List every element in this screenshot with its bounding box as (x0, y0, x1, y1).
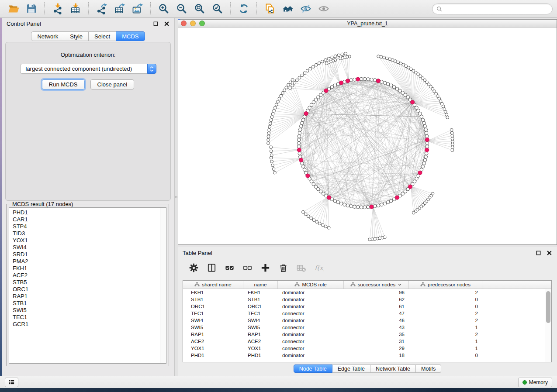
tab-mcds[interactable]: MCDS (116, 31, 145, 41)
table-row[interactable]: YOX1YOX1connector291 (183, 345, 551, 352)
save-session-button[interactable] (23, 2, 39, 16)
clear-table-button[interactable] (295, 262, 307, 273)
network-overview-button[interactable] (280, 2, 296, 16)
close-panel-action-button[interactable]: Close panel (90, 79, 135, 89)
network-window-titlebar[interactable]: YPA_prune.txt_1 (178, 20, 557, 28)
table-row[interactable]: ACE2ACE2connector311 (183, 338, 551, 345)
tab-network[interactable]: Network (31, 31, 64, 41)
optimization-criterion-select[interactable]: largest connected component (undirected) (20, 64, 156, 74)
result-list-item[interactable]: STB5 (13, 279, 160, 286)
float-panel-button[interactable] (152, 21, 159, 27)
show-graphics-details-button[interactable] (315, 2, 332, 16)
tab-node-table[interactable]: Node Table (294, 364, 332, 373)
result-list-item[interactable]: SRD1 (13, 251, 160, 258)
memory-button[interactable]: Memory (518, 378, 552, 387)
result-list-item[interactable]: PHD1 (13, 209, 160, 216)
close-table-panel-button[interactable] (546, 250, 552, 256)
import-network-icon (52, 3, 63, 14)
table-scrollbar[interactable] (545, 289, 551, 362)
hide-graphics-details-button[interactable] (298, 2, 314, 16)
column-header-predecessor-nodes[interactable]: predecessor nodes (409, 281, 482, 289)
close-window-button[interactable] (181, 21, 187, 26)
table-row[interactable]: TEC1TEC1connector472 (183, 310, 551, 317)
export-table-button[interactable] (111, 2, 128, 16)
maximize-window-button[interactable] (199, 21, 205, 26)
table-row[interactable]: ORC1ORC1dominator610 (183, 303, 551, 310)
tab-motifs[interactable]: Motifs (416, 364, 441, 373)
tab-select[interactable]: Select (89, 31, 116, 41)
float-table-panel-button[interactable] (535, 250, 541, 256)
zoom-selected-button[interactable] (209, 2, 225, 16)
select-all-button[interactable] (224, 262, 235, 273)
table-row[interactable]: FKH1FKH1dominator962 (183, 289, 551, 296)
table-cell: YOX1 (243, 346, 278, 351)
table-settings-button[interactable] (188, 262, 199, 273)
search-box[interactable] (432, 3, 553, 14)
close-panel-button[interactable] (163, 21, 170, 27)
table-panel-title: Table Panel (183, 250, 212, 256)
tab-edge-table[interactable]: Edge Table (332, 364, 370, 373)
open-session-button[interactable] (5, 2, 21, 16)
show-columns-button[interactable] (206, 262, 217, 273)
network-canvas[interactable] (178, 28, 557, 244)
result-list-item[interactable]: GCR1 (13, 321, 160, 328)
import-table-button[interactable] (67, 2, 83, 16)
zoom-in-button[interactable] (156, 2, 172, 16)
result-list-item[interactable]: TEC1 (13, 314, 160, 321)
result-list-item[interactable]: TID3 (13, 230, 160, 237)
table-scrollbar-thumb[interactable] (546, 291, 550, 323)
export-image-button[interactable] (129, 2, 145, 16)
column-header-shared-name[interactable]: shared name (183, 281, 243, 289)
result-list-item[interactable]: ORC1 (13, 286, 160, 293)
column-header-name[interactable]: name (243, 281, 278, 289)
table-row[interactable]: SWI4SWI4dominator462 (183, 317, 551, 324)
add-row-button[interactable] (259, 262, 271, 273)
tab-network-table[interactable]: Network Table (370, 364, 416, 373)
result-list-item[interactable]: YOX1 (13, 237, 160, 244)
table-cell: connector (278, 339, 344, 344)
result-list-item[interactable]: STP4 (13, 223, 160, 230)
table-panel: Table Panel f(x) shared namenameMCDS rol… (178, 247, 557, 376)
column-header-successor-nodes[interactable]: successor nodes (344, 281, 409, 289)
main-toolbar (0, 0, 557, 18)
table-row[interactable]: RAP1RAP1dominator352 (183, 331, 551, 338)
panel-splitter[interactable] (175, 18, 178, 376)
result-list-item[interactable]: RAP1 (13, 293, 160, 300)
zoom-fit-button[interactable] (191, 2, 208, 16)
table-row[interactable]: STB1STB1dominator620 (183, 296, 551, 303)
zoom-out-button[interactable] (173, 2, 190, 16)
delete-row-button[interactable] (277, 262, 289, 273)
result-list-item[interactable]: ACE2 (13, 272, 160, 279)
run-mcds-button[interactable]: Run MCDS (42, 79, 85, 89)
table-row[interactable]: SWI5SWI5connector431 (183, 324, 551, 331)
table-cell: dominator (278, 297, 344, 302)
result-list-item[interactable]: SWI4 (13, 244, 160, 251)
node-table: shared namenameMCDS rolesuccessor nodesp… (183, 280, 552, 362)
search-input[interactable] (444, 5, 548, 12)
result-list-item[interactable]: PMA2 (13, 258, 160, 265)
result-list-item[interactable]: CAR1 (13, 216, 160, 223)
list-icon (8, 378, 15, 386)
show-columns-icon (207, 263, 217, 273)
task-history-button[interactable] (5, 378, 18, 387)
table-tabs: Node TableEdge TableNetwork TableMotifs (178, 364, 557, 373)
zoom-in-icon (158, 3, 170, 14)
import-network-button[interactable] (49, 2, 66, 16)
result-list-item[interactable]: STB1 (13, 300, 160, 307)
export-network-button[interactable] (93, 2, 110, 16)
result-list-item[interactable]: SWI5 (13, 307, 160, 314)
refresh-layout-button[interactable] (235, 2, 252, 16)
deselect-all-button[interactable] (242, 262, 253, 273)
mcds-result-scrollbar[interactable] (160, 208, 166, 363)
duplicate-network-button[interactable] (262, 2, 278, 16)
tab-style[interactable]: Style (64, 31, 89, 41)
mcds-result-list[interactable]: PHD1CAR1STP4TID3YOX1SWI4SRD1PMA2FKH1ACE2… (9, 207, 166, 364)
function-builder-button[interactable]: f(x) (313, 262, 325, 273)
table-cell: RAP1 (243, 332, 278, 337)
result-list-item[interactable]: FKH1 (13, 265, 160, 272)
control-panel-tabs: NetworkStyleSelectMCDS (2, 31, 174, 41)
zoom-selected-icon (212, 3, 223, 14)
table-row[interactable]: PHD1PHD1dominator180 (183, 352, 551, 359)
minimize-window-button[interactable] (190, 21, 196, 26)
column-header-MCDS-role[interactable]: MCDS role (278, 281, 344, 289)
